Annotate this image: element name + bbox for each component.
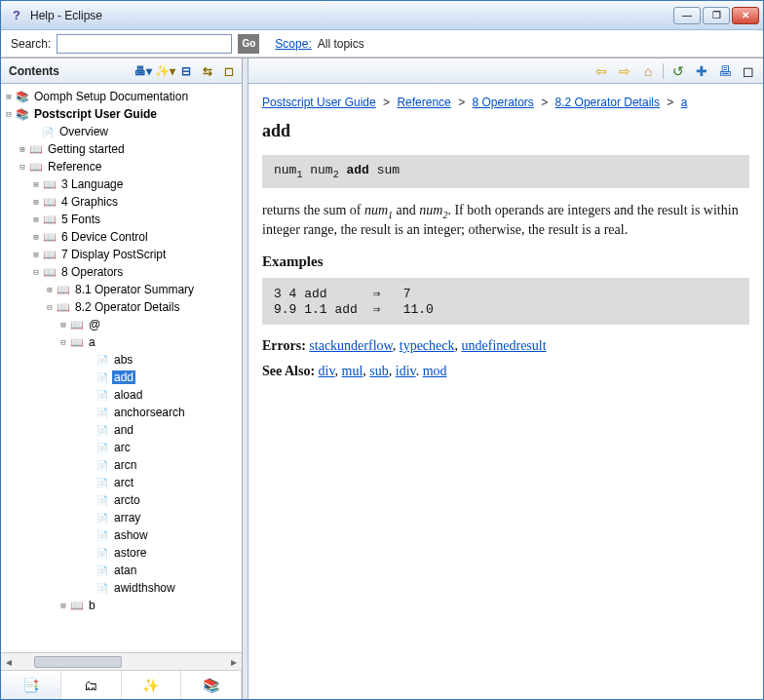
tree-item-psug[interactable]: ⊟Postscript User Guide bbox=[1, 105, 242, 123]
article-title: add bbox=[262, 121, 749, 141]
page-icon bbox=[95, 564, 110, 577]
tree-item-display[interactable]: ⊞7 Display PostScript bbox=[1, 246, 242, 263]
tree-item-oomph[interactable]: ⊞Oomph Setup Documentation bbox=[1, 88, 242, 105]
link-div[interactable]: div bbox=[319, 364, 335, 378]
book-icon bbox=[42, 177, 57, 191]
home-icon[interactable]: ⌂ bbox=[639, 62, 657, 80]
tree-item-a[interactable]: ⊟a bbox=[1, 333, 242, 351]
link-stackunderflow[interactable]: stackunderflow bbox=[309, 338, 392, 353]
scroll-thumb[interactable] bbox=[34, 656, 122, 668]
sync-toc-icon[interactable]: ↺ bbox=[669, 62, 687, 80]
search-go-button[interactable]: Go bbox=[238, 34, 259, 54]
tree-item-reference[interactable]: ⊟Reference bbox=[1, 158, 242, 175]
tree-item-array[interactable]: array bbox=[1, 509, 242, 526]
tree-item-device[interactable]: ⊞6 Device Control bbox=[1, 228, 242, 246]
seealso-line: See Also: div, mul, sub, idiv. mod bbox=[262, 364, 749, 379]
bookmark-add-icon[interactable]: ✚ bbox=[693, 62, 710, 80]
tree-item-getting-started[interactable]: ⊞Getting started bbox=[1, 140, 242, 158]
examples-heading: Examples bbox=[262, 253, 749, 270]
tree-item-opdet[interactable]: ⊟8.2 Operator Details bbox=[1, 298, 242, 316]
tree-item-overview[interactable]: Overview bbox=[1, 123, 242, 140]
crumb-reference[interactable]: Reference bbox=[397, 96, 450, 109]
link-typecheck[interactable]: typecheck bbox=[400, 338, 455, 353]
contents-tree[interactable]: ⊞Oomph Setup Documentation ⊟Postscript U… bbox=[1, 84, 242, 652]
book-icon bbox=[42, 213, 57, 226]
tree-item-atan[interactable]: atan bbox=[1, 562, 242, 579]
tree-item-abs[interactable]: abs bbox=[1, 351, 242, 369]
tab-contents[interactable]: 📑 bbox=[1, 671, 61, 699]
tree-item-arct[interactable]: arct bbox=[1, 474, 242, 491]
content-toolbar: ⇦ ⇨ ⌂ ↺ ✚ 🖶 ◻ bbox=[248, 58, 763, 84]
crumb-operators[interactable]: 8 Operators bbox=[473, 96, 534, 109]
restore-pane-icon[interactable]: ◻ bbox=[740, 62, 757, 80]
tree-item-fonts[interactable]: ⊞5 Fonts bbox=[1, 211, 242, 228]
link-idiv[interactable]: idiv bbox=[396, 364, 416, 378]
close-button[interactable]: ✕ bbox=[732, 7, 759, 24]
book-icon bbox=[42, 230, 57, 244]
search-input[interactable] bbox=[57, 34, 232, 54]
book-icon bbox=[56, 300, 71, 314]
tree-item-graphics[interactable]: ⊞4 Graphics bbox=[1, 193, 242, 211]
minimize-button[interactable]: — bbox=[673, 7, 701, 24]
maximize-pane-icon[interactable]: ◻ bbox=[220, 62, 238, 80]
forward-icon[interactable]: ⇨ bbox=[616, 62, 633, 80]
tree-item-arcto[interactable]: arcto bbox=[1, 491, 242, 509]
back-icon[interactable]: ⇦ bbox=[592, 62, 610, 80]
tree-item-language[interactable]: ⊞3 Language bbox=[1, 175, 242, 193]
main-area: Contents 🖶▾ ✨▾ ⊟ ⇆ ◻ ⊞Oomph Setup Docume… bbox=[1, 58, 763, 699]
book-icon bbox=[28, 142, 44, 156]
tab-bookmarks[interactable]: 📚 bbox=[181, 671, 242, 699]
tree-item-astore[interactable]: astore bbox=[1, 544, 242, 562]
page-icon bbox=[95, 388, 110, 402]
tree-item-add[interactable]: add bbox=[1, 369, 242, 386]
link-mul[interactable]: mul bbox=[342, 364, 363, 378]
book-icon bbox=[56, 283, 71, 296]
breadcrumb: Postscript User Guide > Reference > 8 Op… bbox=[262, 96, 749, 109]
page-icon bbox=[95, 511, 110, 525]
maximize-button[interactable]: ❐ bbox=[703, 7, 730, 24]
help-window: ? Help - Eclipse — ❐ ✕ Search: Go Scope:… bbox=[0, 0, 764, 700]
tree-item-anchorsearch[interactable]: anchorsearch bbox=[1, 404, 242, 421]
tree-item-aload[interactable]: aload bbox=[1, 386, 242, 404]
collapse-icon[interactable]: ⊟ bbox=[177, 62, 195, 80]
tab-search-results[interactable]: ✨ bbox=[122, 671, 182, 699]
tree-item-at[interactable]: ⊞@ bbox=[1, 316, 242, 333]
print-icon[interactable]: 🖶▾ bbox=[134, 62, 152, 80]
scope-value: All topics bbox=[318, 37, 364, 51]
book-icon bbox=[69, 318, 85, 331]
print-page-icon[interactable]: 🖶 bbox=[716, 62, 734, 80]
tree-item-and[interactable]: and bbox=[1, 421, 242, 439]
scope-link[interactable]: Scope: bbox=[275, 37, 311, 51]
book-icon bbox=[69, 335, 85, 349]
tree-item-awidthshow[interactable]: awidthshow bbox=[1, 579, 242, 597]
book-icon bbox=[15, 107, 30, 121]
tree-item-operators[interactable]: ⊟8 Operators bbox=[1, 263, 242, 281]
book-icon bbox=[42, 265, 57, 279]
highlight-icon[interactable]: ✨▾ bbox=[156, 62, 173, 80]
tree-hscrollbar[interactable]: ◂ ▸ bbox=[1, 652, 242, 670]
crumb-opdetails[interactable]: 8.2 Operator Details bbox=[555, 96, 660, 109]
link-mod[interactable]: mod bbox=[423, 364, 447, 378]
page-icon bbox=[95, 528, 110, 542]
page-icon bbox=[95, 406, 110, 419]
sync-icon[interactable]: ⇆ bbox=[199, 62, 216, 80]
page-icon bbox=[95, 353, 110, 367]
sidebar: Contents 🖶▾ ✨▾ ⊟ ⇆ ◻ ⊞Oomph Setup Docume… bbox=[1, 58, 243, 699]
crumb-a[interactable]: a bbox=[681, 96, 688, 109]
tree-item-arc[interactable]: arc bbox=[1, 439, 242, 456]
tab-index[interactable]: 🗂 bbox=[61, 671, 122, 699]
app-icon: ? bbox=[9, 8, 24, 23]
sidebar-tabs: 📑 🗂 ✨ 📚 bbox=[1, 670, 242, 699]
content-area: ⇦ ⇨ ⌂ ↺ ✚ 🖶 ◻ Postscript User Guide > Re… bbox=[248, 58, 763, 699]
tree-item-opsum[interactable]: ⊞8.1 Operator Summary bbox=[1, 281, 242, 298]
book-icon bbox=[42, 195, 57, 209]
page-icon bbox=[95, 476, 110, 489]
tree-item-arcn[interactable]: arcn bbox=[1, 456, 242, 474]
tree-item-ashow[interactable]: ashow bbox=[1, 526, 242, 544]
link-sub[interactable]: sub bbox=[369, 364, 388, 378]
crumb-psug[interactable]: Postscript User Guide bbox=[262, 96, 376, 109]
page-icon bbox=[40, 125, 56, 138]
tree-item-b[interactable]: ⊞b bbox=[1, 597, 242, 614]
link-undefinedresult[interactable]: undefinedresult bbox=[462, 338, 547, 353]
page-icon bbox=[95, 441, 110, 454]
